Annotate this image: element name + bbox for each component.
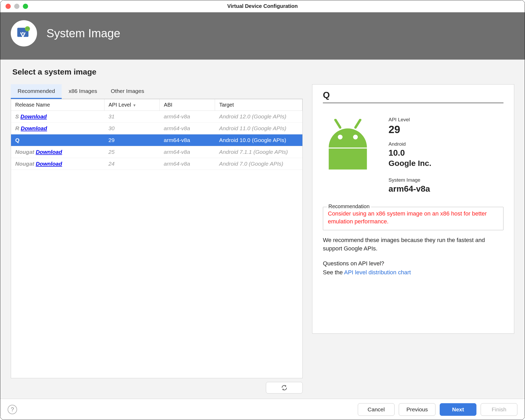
cell-api-level: 29 <box>104 134 160 146</box>
svg-point-3 <box>28 28 29 29</box>
system-image-table: Release Name API Level▼ ABI Target S Dow… <box>11 99 303 378</box>
cell-target: Android 11.0 (Google APIs) <box>215 123 302 134</box>
tab-recommended[interactable]: Recommended <box>11 84 62 99</box>
tab-other-images[interactable]: Other Images <box>104 84 151 99</box>
cell-release: Nougat Download <box>11 146 104 158</box>
cell-abi: arm64-v8a <box>160 134 215 146</box>
tabs: Recommended x86 Images Other Images <box>11 84 303 99</box>
finish-button: Finish <box>481 403 517 416</box>
cell-target: Android 7.1.1 (Google APIs) <box>215 146 302 158</box>
table-row[interactable]: R Download30arm64-v8aAndroid 11.0 (Googl… <box>11 123 302 134</box>
questions-line: Questions on API level? <box>323 260 503 267</box>
window-title: Virtual Device Configuration <box>0 3 525 9</box>
cell-api-level: 24 <box>104 158 160 170</box>
cell-target: Android 7.0 (Google APIs) <box>215 158 302 170</box>
table-row[interactable]: S Download31arm64-v8aAndroid 12.0 (Googl… <box>11 111 302 123</box>
detail-api-value: 29 <box>388 124 431 135</box>
wizard-header: System Image <box>0 12 525 60</box>
refresh-button[interactable] <box>266 382 303 393</box>
detail-android-version: 10.0 <box>388 148 431 158</box>
cell-target: Android 10.0 (Google APIs) <box>215 134 302 146</box>
recommendation-box: Recommendation Consider using an x86 sys… <box>323 207 503 230</box>
table-row[interactable]: Nougat Download25arm64-v8aAndroid 7.1.1 … <box>11 146 302 158</box>
android-robot-icon <box>323 111 378 194</box>
see-line: See the API level distribution chart <box>323 269 503 276</box>
cell-abi: arm64-v8a <box>160 123 215 134</box>
detail-title: Q <box>323 90 503 100</box>
download-link[interactable]: Download <box>21 125 47 131</box>
cell-release: Nougat Download <box>11 158 104 170</box>
svg-point-2 <box>26 28 27 29</box>
svg-line-5 <box>335 120 340 128</box>
help-button[interactable]: ? <box>8 405 17 414</box>
tab-x86-images[interactable]: x86 Images <box>62 84 104 99</box>
wizard-heading: System Image <box>46 27 120 40</box>
android-studio-icon <box>11 20 37 46</box>
recommendation-note: We recommend these images because they r… <box>323 236 503 253</box>
cell-release: S Download <box>11 111 104 123</box>
download-link[interactable]: Download <box>20 113 47 119</box>
detail-vendor: Google Inc. <box>388 159 431 168</box>
cell-release: Q <box>11 134 104 146</box>
col-api-level[interactable]: API Level▼ <box>104 99 160 111</box>
download-link[interactable]: Download <box>36 149 62 155</box>
detail-api-label: API Level <box>388 117 431 123</box>
svg-line-6 <box>355 120 360 128</box>
titlebar: Virtual Device Configuration <box>0 0 525 12</box>
detail-sysimg-value: arm64-v8a <box>388 184 431 194</box>
cell-api-level: 31 <box>104 111 160 123</box>
detail-android-label: Android <box>388 141 431 147</box>
refresh-icon <box>281 384 288 391</box>
sort-desc-icon: ▼ <box>133 103 136 107</box>
api-level-chart-link[interactable]: API level distribution chart <box>344 269 411 276</box>
cell-api-level: 30 <box>104 123 160 134</box>
next-button[interactable]: Next <box>440 403 476 416</box>
col-release-name[interactable]: Release Name <box>11 99 104 111</box>
detail-sysimg-label: System Image <box>388 177 431 183</box>
svg-point-4 <box>22 32 24 34</box>
cell-api-level: 25 <box>104 146 160 158</box>
col-target[interactable]: Target <box>215 99 302 111</box>
svg-rect-7 <box>329 149 367 170</box>
cell-abi: arm64-v8a <box>160 146 215 158</box>
recommendation-heading: Recommendation <box>327 203 371 209</box>
download-link[interactable]: Download <box>36 161 62 167</box>
table-row[interactable]: Q29arm64-v8aAndroid 10.0 (Google APIs) <box>11 134 302 146</box>
detail-panel: Q <box>312 84 514 334</box>
cell-release: R Download <box>11 123 104 134</box>
cancel-button[interactable]: Cancel <box>358 403 395 416</box>
cell-target: Android 12.0 (Google APIs) <box>215 111 302 123</box>
cell-abi: arm64-v8a <box>160 111 215 123</box>
table-row[interactable]: Nougat Download24arm64-v8aAndroid 7.0 (G… <box>11 158 302 170</box>
previous-button[interactable]: Previous <box>399 403 435 416</box>
svg-point-9 <box>353 135 358 139</box>
recommendation-text: Consider using an x86 system image on an… <box>328 210 498 225</box>
cell-abi: arm64-v8a <box>160 158 215 170</box>
col-abi[interactable]: ABI <box>160 99 215 111</box>
svg-point-8 <box>338 135 343 139</box>
svg-point-1 <box>25 26 30 31</box>
page-subtitle: Select a system image <box>12 67 514 76</box>
